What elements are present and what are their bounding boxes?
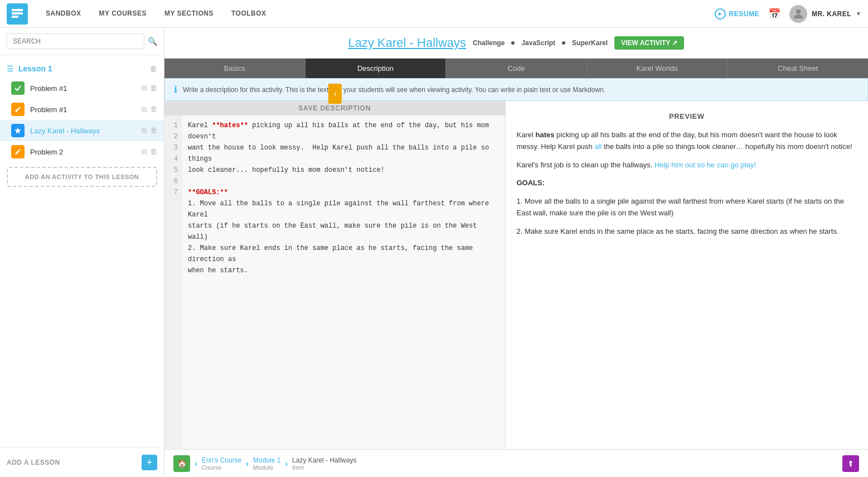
search-bar: 🔍 [0, 28, 164, 55]
nav-tab-toolbox[interactable]: TOOLBOX [222, 0, 275, 28]
nav-tab-my-courses[interactable]: MY COURSES [90, 0, 156, 28]
bottom-right: ⬆ [842, 455, 859, 472]
code-editor[interactable]: 1 2 3 4 5 6 7 Karel **hates** picking up… [164, 115, 505, 449]
main-layout: 🔍 ☰ Lesson 1 🗑 Problem #1 ⧉ 🗑 [0, 28, 868, 477]
copy-icon-1[interactable]: ⧉ [142, 105, 147, 114]
logo [7, 3, 28, 25]
breadcrumb-module[interactable]: Module 1 Module [253, 456, 280, 471]
preview-goals-header: GOALS: [517, 177, 857, 189]
info-bar: ℹ Write a description for this activity.… [164, 78, 868, 101]
breadcrumb-course-type: Course [202, 464, 242, 471]
calendar-icon[interactable]: 📅 [768, 8, 780, 20]
breadcrumb-item: Lazy Karel - Hallways Item [292, 456, 356, 471]
preview-bold-hates: hates [535, 131, 554, 139]
line-num-2: 2 [164, 131, 182, 142]
sidebar-item-problem1-orange[interactable]: Problem #1 ⧉ 🗑 [0, 99, 164, 120]
item-icon-orange-2 [11, 145, 25, 158]
preview-content: Karel hates picking up all his balls at … [517, 129, 857, 238]
sidebar-toggle-button[interactable]: ‹ [328, 84, 342, 104]
dot-1 [511, 41, 515, 45]
breadcrumb-course[interactable]: Erin's Course Course [202, 456, 242, 471]
content-header: Lazy Karel - Hallways Challenge JavaScri… [164, 28, 868, 59]
preview-blue-all: all [594, 142, 602, 151]
view-activity-button[interactable]: VIEW ACTIVITY ↗ [614, 36, 684, 50]
tabs-bar: Basics Description Code Karel Worlds Che… [164, 59, 868, 78]
item-actions-0: ⧉ 🗑 [142, 84, 157, 93]
tab-cheat-sheet[interactable]: Cheat Sheet [728, 59, 868, 78]
svg-point-3 [796, 9, 801, 14]
line-num-7: 7 [164, 187, 182, 198]
item-actions-2: ⧉ 🗑 [142, 126, 157, 135]
search-input[interactable] [7, 33, 144, 49]
item-icon-green [11, 81, 25, 95]
activity-title: Lazy Karel - Hallways [348, 36, 467, 50]
sidebar-item-problem2[interactable]: Problem 2 ⧉ 🗑 [0, 141, 164, 162]
delete-icon-2[interactable]: 🗑 [150, 126, 157, 135]
bottom-bar: 🏠 › Erin's Course Course › Module 1 Modu… [164, 449, 868, 477]
breadcrumb-module-name: Module 1 [253, 456, 280, 464]
badge-superkarel: SuperKarel [572, 39, 608, 47]
user-area[interactable]: MR. KAREL ▼ [789, 5, 861, 23]
nav-right: RESUME 📅 MR. KAREL ▼ [715, 5, 861, 23]
line-num-4: 4 [164, 153, 182, 165]
upload-button[interactable]: ⬆ [842, 455, 859, 472]
sidebar-footer: ADD A LESSON + [0, 447, 164, 477]
info-text: Write a description for this activity. T… [183, 86, 605, 94]
breadcrumb-course-name: Erin's Course [202, 456, 242, 464]
breadcrumb-module-type: Module [253, 464, 280, 471]
item-label-1: Problem #1 [30, 105, 142, 114]
sidebar-item-problem1-green[interactable]: Problem #1 ⧉ 🗑 [0, 78, 164, 99]
breadcrumb-item-name: Lazy Karel - Hallways [292, 456, 356, 464]
svg-rect-1 [12, 12, 23, 15]
item-label-2: Lazy Karel - Hallways [30, 127, 142, 135]
tab-basics[interactable]: Basics [164, 59, 306, 78]
copy-icon-2[interactable]: ⧉ [142, 126, 147, 135]
copy-icon-0[interactable]: ⧉ [142, 84, 147, 93]
tab-description[interactable]: Description [306, 59, 447, 78]
save-description-button[interactable]: SAVE DESCRIPTION [298, 104, 371, 112]
breadcrumb-sep-1: › [195, 459, 197, 468]
line-numbers: 1 2 3 4 5 6 7 [164, 115, 182, 449]
item-label-0: Problem #1 [30, 84, 142, 93]
line-num-3: 3 [164, 142, 182, 153]
preview-goal-1: 1. Move all the balls to a single pile a… [517, 196, 857, 219]
add-lesson-button[interactable]: + [142, 455, 157, 470]
nav-tab-sandbox[interactable]: SANDBOX [37, 0, 90, 28]
info-icon: ℹ [174, 84, 177, 95]
resume-button[interactable]: RESUME [715, 8, 759, 20]
lesson-delete-icon[interactable]: 🗑 [149, 64, 157, 73]
sidebar-item-lazy-karel[interactable]: Lazy Karel - Hallways ⧉ 🗑 [0, 120, 164, 141]
editor-pane: SAVE DESCRIPTION 1 2 3 4 5 6 7 Karel **h… [164, 101, 506, 449]
resume-label: RESUME [729, 10, 759, 18]
code-content[interactable]: Karel **hates** picking up all his balls… [182, 115, 505, 449]
goals-label: GOALS: [517, 179, 545, 187]
tab-karel-worlds[interactable]: Karel Worlds [587, 59, 728, 78]
badge-challenge: Challenge [473, 39, 505, 47]
hamburger-icon: ☰ [7, 64, 14, 73]
item-icon-star [11, 124, 25, 137]
delete-icon-3[interactable]: 🗑 [150, 147, 157, 156]
nav-tab-my-sections[interactable]: MY SECTIONS [156, 0, 222, 28]
svg-marker-4 [14, 127, 21, 134]
add-activity-button[interactable]: ADD AN ACTIVITY TO THIS LESSON [7, 167, 157, 187]
item-label-3: Problem 2 [30, 148, 142, 156]
content-area: Lazy Karel - Hallways Challenge JavaScri… [164, 28, 868, 449]
item-actions-3: ⧉ 🗑 [142, 147, 157, 156]
preview-goal-2: 2. Make sure Karel ends in the same plac… [517, 226, 857, 238]
user-name: MR. KAREL [812, 10, 851, 18]
svg-rect-0 [12, 9, 23, 11]
tab-code[interactable]: Code [446, 59, 587, 78]
preview-para-1: Karel hates picking up all his balls at … [517, 129, 857, 153]
line-num-5: 5 [164, 165, 182, 176]
copy-icon-3[interactable]: ⧉ [142, 147, 147, 156]
add-lesson-label: ADD A LESSON [7, 459, 137, 466]
home-button[interactable]: 🏠 [173, 455, 190, 472]
item-actions-1: ⧉ 🗑 [142, 105, 157, 114]
item-icon-orange [11, 103, 25, 116]
preview-goals: GOALS: 1. Move all the balls to a single… [517, 177, 857, 237]
avatar [789, 5, 807, 23]
nav-tabs: SANDBOX MY COURSES MY SECTIONS TOOLBOX [37, 0, 275, 28]
delete-icon-0[interactable]: 🗑 [150, 84, 157, 93]
preview-title: PREVIEW [517, 112, 857, 121]
delete-icon-1[interactable]: 🗑 [150, 105, 157, 114]
